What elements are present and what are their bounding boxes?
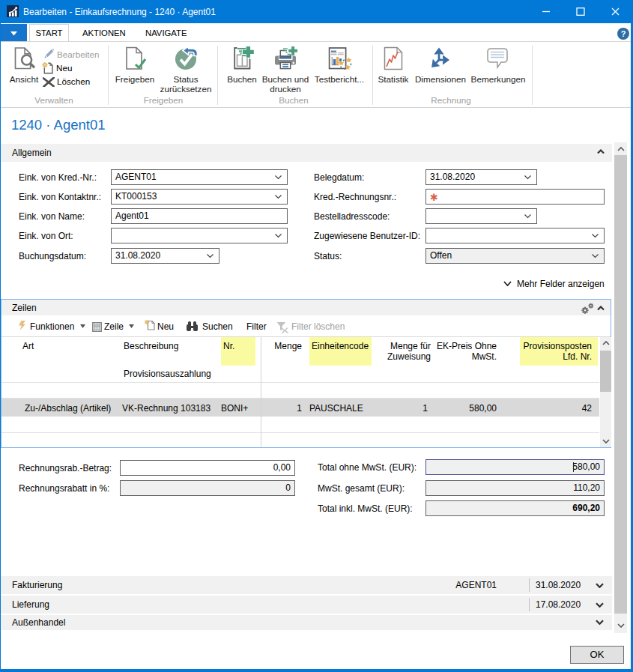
svg-text:?: ? <box>621 29 626 38</box>
